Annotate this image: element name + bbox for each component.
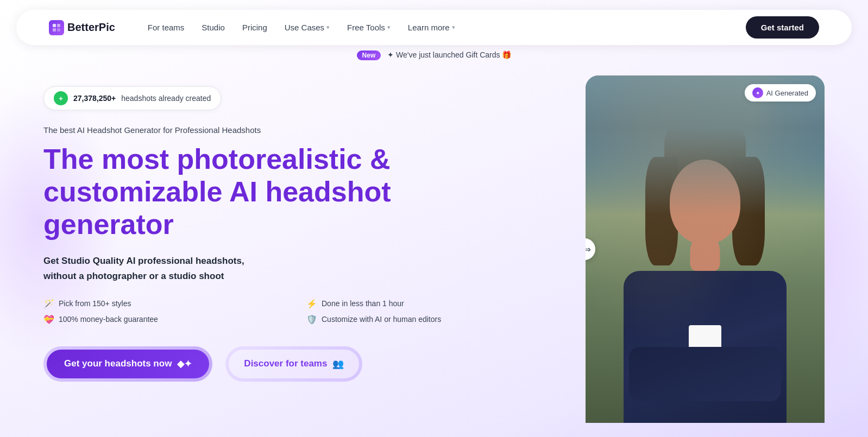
main-container: BetterPic For teams Studio Pricing Use C… [0,0,868,437]
features-grid: 🪄 Pick from 150+ styles ⚡ Done in less t… [43,299,553,325]
counter-badge: + 27,378,250+ headshots already created [43,86,221,110]
nav-pricing[interactable]: Pricing [242,23,267,32]
feature-styles-text: Pick from 150+ styles [59,299,131,308]
left-section: + 27,378,250+ headshots already created … [43,75,586,382]
svg-rect-3 [57,28,60,31]
get-headshots-label: Get your headshots now [64,358,172,369]
nav-studio[interactable]: Studio [202,23,225,32]
discover-teams-label: Discover for teams [244,358,327,369]
feature-customize: 🛡️ Customize with AI or human editors [306,314,553,325]
hero-heading: The most photorealistic & customizable A… [43,143,553,240]
svg-rect-1 [57,24,60,27]
ai-generated-badge: ✦ AI Generated [745,84,816,102]
navbar: BetterPic For teams Studio Pricing Use C… [16,10,852,45]
feature-guarantee: 💝 100% money-back guarantee [43,314,290,325]
new-badge: New [357,50,381,60]
logo[interactable]: BetterPic [49,20,115,35]
description-line2: without a photographer or a studio shoot [43,271,224,281]
speed-icon: ⚡ [306,299,317,309]
nav-learn-more[interactable]: Learn more ▾ [408,23,455,32]
feature-styles: 🪄 Pick from 150+ styles [43,299,290,309]
heading-line2: customizable AI headshot [43,176,391,207]
counter-number: 27,378,250+ [73,94,116,103]
feature-customize-text: Customize with AI or human editors [322,315,441,324]
hero-subtitle: The best AI Headshot Generator for Profe… [43,125,553,135]
right-section: ✦ AI Generated ⟺ [586,75,825,423]
heading-line3: generator [43,208,174,240]
customize-icon: 🛡️ [306,314,317,325]
description-line1: Get Studio Quality AI professional heads… [43,256,244,266]
cta-secondary-wrapper: Discover for teams 👥 [225,346,362,382]
feature-speed: ⚡ Done in less than 1 hour [306,299,553,309]
hero-photo: ✦ AI Generated ⟺ [586,75,825,423]
styles-icon: 🪄 [43,299,54,309]
feature-speed-text: Done in less than 1 hour [322,299,404,308]
content-area: + 27,378,250+ headshots already created … [0,65,868,437]
ai-generated-label: AI Generated [766,89,808,97]
diamond-icon: ◆✦ [177,358,192,370]
nav-free-tools[interactable]: Free Tools ▾ [347,23,391,32]
teams-icon: 👥 [332,358,344,370]
feature-guarantee-text: 100% money-back guarantee [59,315,158,324]
guarantee-icon: 💝 [43,314,54,325]
learn-more-chevron-icon: ▾ [452,24,455,31]
get-started-button[interactable]: Get started [746,16,819,39]
get-headshots-button[interactable]: Get your headshots now ◆✦ [47,350,209,378]
nav-use-cases[interactable]: Use Cases ▾ [285,23,330,32]
counter-icon: + [54,91,68,105]
counter-label: headshots already created [121,94,211,103]
free-tools-chevron-icon: ▾ [387,24,391,31]
hero-description: Get Studio Quality AI professional heads… [43,254,553,283]
discover-teams-button[interactable]: Discover for teams 👥 [229,350,359,378]
logo-icon [49,20,64,35]
brand-name: BetterPic [67,21,115,34]
heading-line1: The most photorealistic & [43,143,391,175]
photo-overlay [586,75,825,423]
ai-badge-icon: ✦ [752,87,763,98]
use-cases-chevron-icon: ▾ [326,24,330,31]
announcement-text: ✦ We've just launched Gift Cards 🎁 [387,50,511,59]
announcement-bar: New ✦ We've just launched Gift Cards 🎁 [0,45,868,65]
svg-rect-2 [53,28,56,31]
cta-row: Get your headshots now ◆✦ Discover for t… [43,346,553,382]
cta-primary-wrapper: Get your headshots now ◆✦ [43,346,212,382]
nav-links: For teams Studio Pricing Use Cases ▾ Fre… [148,23,746,32]
svg-rect-0 [53,24,56,27]
nav-for-teams[interactable]: For teams [148,23,185,32]
